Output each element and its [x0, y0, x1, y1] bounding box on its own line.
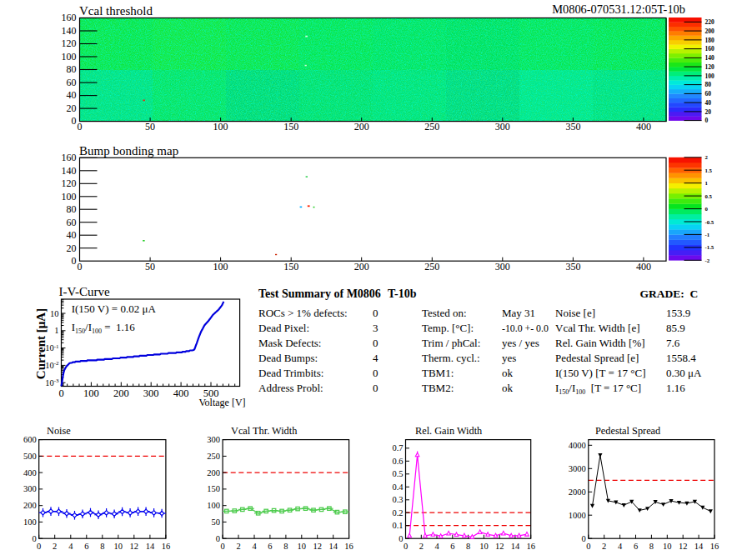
svg-text:M0806-070531.12:05T-10b: M0806-070531.12:05T-10b: [552, 2, 685, 16]
svg-text:150: 150: [207, 484, 220, 493]
svg-text:0: 0: [373, 307, 379, 319]
svg-text:Pedestal Spread [e]: Pedestal Spread [e]: [555, 352, 639, 364]
svg-text:Dead Bumps:: Dead Bumps:: [258, 352, 318, 364]
svg-text:0: 0: [32, 534, 36, 543]
svg-text:100: 100: [23, 518, 37, 527]
svg-text:0: 0: [220, 542, 224, 551]
svg-text:Mask Defects:: Mask Defects:: [258, 337, 321, 349]
svg-text:20: 20: [705, 108, 712, 116]
svg-text:16: 16: [526, 542, 535, 551]
svg-text:350: 350: [565, 121, 580, 132]
svg-text:8: 8: [466, 542, 470, 551]
svg-text:2: 2: [419, 542, 424, 551]
svg-text:200: 200: [207, 468, 220, 478]
svg-text:Tested on:: Tested on:: [422, 307, 467, 319]
svg-text:300: 300: [143, 388, 159, 399]
svg-text:12: 12: [495, 542, 504, 551]
svg-text:0: 0: [705, 206, 709, 212]
svg-text:3: 3: [373, 322, 379, 334]
svg-text:ROCs > 1% defects:: ROCs > 1% defects:: [258, 307, 348, 319]
svg-text:60: 60: [67, 217, 77, 228]
svg-text:0: 0: [78, 261, 83, 272]
svg-text:1.16: 1.16: [666, 382, 685, 394]
svg-text:4: 4: [373, 352, 379, 364]
svg-text:0: 0: [72, 255, 77, 267]
svg-text:0: 0: [705, 117, 709, 124]
svg-text:160: 160: [62, 152, 77, 163]
svg-text:0.2: 0.2: [392, 508, 403, 518]
svg-text:160: 160: [705, 45, 715, 52]
svg-text:100: 100: [213, 261, 228, 272]
svg-text:400: 400: [636, 261, 651, 272]
svg-text:12: 12: [130, 542, 139, 551]
svg-text:3000: 3000: [569, 464, 586, 473]
svg-text:1558.4: 1558.4: [666, 352, 696, 364]
svg-text:0: 0: [586, 542, 590, 551]
svg-text:14: 14: [328, 542, 338, 551]
svg-text:0: 0: [216, 534, 220, 543]
svg-text:TBM2:: TBM2:: [422, 382, 454, 394]
svg-text:-1.5: -1.5: [705, 244, 714, 250]
svg-text:Test Summary of M0806: Test Summary of M0806: [258, 288, 381, 300]
svg-text:14: 14: [146, 542, 155, 551]
svg-text:150: 150: [283, 121, 298, 132]
svg-text:0: 0: [373, 367, 379, 379]
svg-text:0: 0: [582, 534, 586, 543]
svg-text:300: 300: [23, 484, 37, 493]
svg-text:200: 200: [354, 261, 369, 272]
svg-text:10: 10: [114, 542, 123, 551]
svg-text:140: 140: [62, 165, 77, 177]
svg-text:4: 4: [252, 542, 257, 551]
svg-text:250: 250: [424, 261, 439, 272]
svg-text:0.30 μA: 0.30 μA: [666, 367, 702, 379]
svg-text:8: 8: [100, 542, 104, 551]
svg-text:100: 100: [207, 501, 220, 510]
svg-text:I150/I100 = 1.16: I150/I100 = 1.16: [72, 321, 136, 335]
svg-text:4000: 4000: [569, 441, 586, 450]
svg-text:4: 4: [434, 542, 439, 551]
svg-text:I(150 V) [T = 17 °C]: I(150 V) [T = 17 °C]: [555, 367, 645, 379]
svg-text:50: 50: [145, 121, 155, 132]
svg-text:0: 0: [404, 542, 408, 551]
svg-text:Temp. [°C]:: Temp. [°C]:: [422, 322, 474, 334]
svg-text:2: 2: [705, 154, 709, 160]
svg-text:80: 80: [67, 203, 77, 215]
svg-text:400: 400: [173, 388, 189, 399]
svg-text:-10.0 +- 0.0: -10.0 +- 0.0: [502, 322, 549, 334]
svg-text:10: 10: [479, 542, 489, 551]
svg-text:yes / yes: yes / yes: [502, 337, 539, 349]
svg-text:2: 2: [602, 542, 606, 551]
svg-text:0: 0: [72, 115, 77, 127]
svg-text:12: 12: [679, 542, 688, 551]
svg-text:14: 14: [511, 542, 520, 551]
svg-text:100: 100: [62, 191, 77, 202]
svg-text:150: 150: [283, 261, 298, 272]
svg-text:ok: ok: [502, 382, 514, 394]
svg-text:100: 100: [213, 121, 228, 132]
svg-text:20: 20: [67, 102, 77, 114]
svg-text:T-10b: T-10b: [388, 288, 417, 300]
svg-text:40: 40: [705, 99, 712, 107]
svg-text:4: 4: [618, 542, 623, 551]
svg-text:Voltage [V]: Voltage [V]: [198, 397, 245, 408]
svg-text:120: 120: [62, 178, 77, 189]
svg-text:0.5: 0.5: [705, 193, 713, 199]
svg-text:ok: ok: [502, 367, 514, 379]
svg-text:200: 200: [23, 501, 37, 510]
svg-text:80: 80: [67, 63, 77, 75]
svg-text:400: 400: [23, 468, 37, 478]
svg-text:6: 6: [268, 542, 272, 551]
svg-text:I-V-Curve: I-V-Curve: [59, 285, 110, 298]
svg-text:0.3: 0.3: [392, 495, 403, 504]
svg-text:0.1: 0.1: [392, 521, 403, 530]
svg-text:I(150 V) = 0.02 μA: I(150 V) = 0.02 μA: [72, 302, 157, 315]
svg-text:0.7: 0.7: [392, 443, 403, 452]
svg-text:0: 0: [58, 388, 63, 399]
svg-text:8: 8: [283, 542, 288, 551]
svg-text:80: 80: [705, 81, 712, 88]
svg-text:40: 40: [67, 229, 77, 241]
svg-text:14: 14: [694, 542, 704, 551]
svg-text:140: 140: [62, 25, 77, 37]
svg-text:Bump bonding map: Bump bonding map: [79, 144, 178, 158]
svg-text:10: 10: [50, 309, 59, 318]
